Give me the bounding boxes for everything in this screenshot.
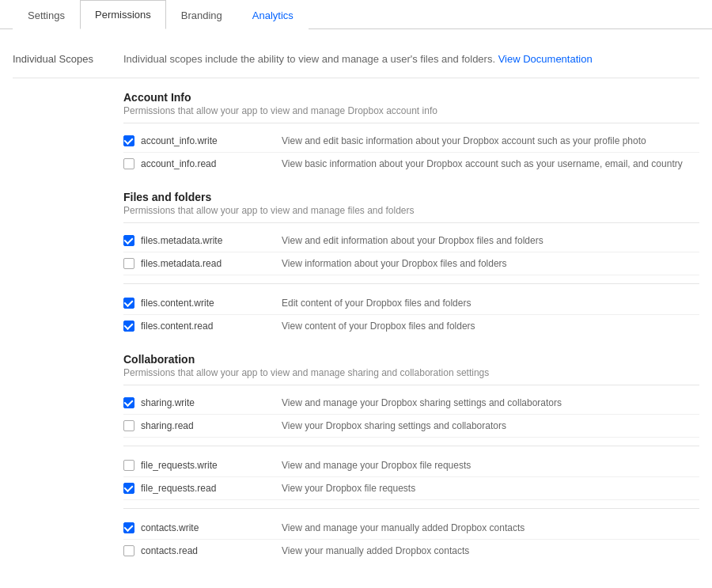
perm-checkbox-files.metadata.read[interactable]	[123, 258, 134, 269]
subgroup-separator	[123, 446, 699, 446]
permission-groups: Account InfoPermissions that allow your …	[123, 91, 699, 562]
perm-checkbox-sharing.write[interactable]	[123, 397, 134, 408]
perm-name: files.content.read	[141, 321, 213, 332]
individual-scopes-description: Individual scopes include the ability to…	[123, 53, 593, 65]
perm-description: View and edit basic information about yo…	[282, 135, 699, 146]
permission-group-collaboration: CollaborationPermissions that allow your…	[123, 353, 699, 562]
perm-checkbox-account_info.read[interactable]	[123, 158, 134, 169]
permission-group-files-folders: Files and foldersPermissions that allow …	[123, 191, 699, 337]
group-divider	[123, 385, 699, 385]
perm-description: View and manage your Dropbox sharing set…	[282, 397, 699, 408]
view-documentation-link[interactable]: View Documentation	[498, 53, 593, 65]
perm-item: files.metadata.readView information abou…	[123, 252, 699, 275]
perm-name: contacts.read	[141, 545, 198, 556]
perm-item: account_info.writeView and edit basic in…	[123, 130, 699, 153]
perm-name: contacts.write	[141, 522, 199, 533]
perm-item: sharing.readView your Dropbox sharing se…	[123, 415, 699, 438]
perm-description: View content of your Dropbox files and f…	[282, 321, 699, 332]
tab-bar: Settings Permissions Branding Analytics	[0, 0, 712, 29]
perm-item: sharing.writeView and manage your Dropbo…	[123, 392, 699, 415]
perm-item: file_requests.writeView and manage your …	[123, 454, 699, 477]
individual-scopes-row: Individual Scopes Individual scopes incl…	[13, 45, 699, 78]
perm-description: Edit content of your Dropbox files and f…	[282, 298, 699, 309]
perm-name: account_info.write	[141, 135, 218, 146]
group-subtitle-collaboration: Permissions that allow your app to view …	[123, 367, 699, 378]
perm-item: contacts.writeView and manage your manua…	[123, 517, 699, 540]
perm-item: file_requests.readView your Dropbox file…	[123, 477, 699, 500]
perm-checkbox-files.metadata.write[interactable]	[123, 235, 134, 246]
perm-item: files.metadata.writeView and edit inform…	[123, 230, 699, 252]
tab-permissions[interactable]: Permissions	[80, 0, 166, 29]
perm-checkbox-file_requests.read[interactable]	[123, 483, 134, 494]
permission-group-account-info: Account InfoPermissions that allow your …	[123, 91, 699, 175]
perm-checkbox-contacts.write[interactable]	[123, 522, 134, 533]
perm-name: files.metadata.write	[141, 235, 222, 246]
subgroup-separator	[123, 283, 699, 284]
perm-checkbox-account_info.write[interactable]	[123, 135, 134, 146]
perm-item: contacts.readView your manually added Dr…	[123, 540, 699, 562]
perm-description: View your Dropbox file requests	[282, 483, 699, 494]
group-divider	[123, 222, 699, 223]
perm-name: file_requests.read	[141, 483, 216, 494]
perm-description: View and edit information about your Dro…	[282, 235, 699, 246]
perm-description: View your Dropbox sharing settings and c…	[282, 420, 699, 431]
individual-scopes-label: Individual Scopes	[13, 53, 123, 65]
group-divider	[123, 123, 699, 123]
perm-name: sharing.write	[141, 397, 195, 408]
group-title-collaboration: Collaboration	[123, 353, 699, 366]
perm-checkbox-sharing.read[interactable]	[123, 420, 134, 431]
subgroup-separator	[123, 508, 699, 509]
perm-checkbox-files.content.write[interactable]	[123, 298, 134, 309]
perm-checkbox-contacts.read[interactable]	[123, 545, 134, 556]
perm-name: account_info.read	[141, 158, 216, 169]
perm-item: files.content.writeEdit content of your …	[123, 292, 699, 315]
group-title-files-folders: Files and folders	[123, 191, 699, 203]
group-subtitle-account-info: Permissions that allow your app to view …	[123, 105, 699, 116]
perm-name: file_requests.write	[141, 460, 218, 471]
tab-settings[interactable]: Settings	[13, 0, 80, 29]
group-title-account-info: Account Info	[123, 91, 699, 104]
group-subtitle-files-folders: Permissions that allow your app to view …	[123, 205, 699, 216]
perm-name: sharing.read	[141, 420, 194, 431]
perm-description: View and manage your manually added Drop…	[282, 522, 699, 533]
perm-item: account_info.readView basic information …	[123, 153, 699, 175]
perm-description: View basic information about your Dropbo…	[282, 158, 699, 169]
perm-checkbox-file_requests.write[interactable]	[123, 460, 134, 471]
perm-name: files.content.write	[141, 298, 214, 309]
tab-branding[interactable]: Branding	[166, 0, 237, 29]
tab-analytics[interactable]: Analytics	[237, 0, 309, 29]
perm-description: View and manage your Dropbox file reques…	[282, 460, 699, 471]
perm-description: View your manually added Dropbox contact…	[282, 545, 699, 556]
perm-description: View information about your Dropbox file…	[282, 258, 699, 269]
perm-name: files.metadata.read	[141, 258, 222, 269]
main-content: Individual Scopes Individual scopes incl…	[0, 29, 712, 588]
perm-item: files.content.readView content of your D…	[123, 315, 699, 337]
perm-checkbox-files.content.read[interactable]	[123, 321, 134, 332]
